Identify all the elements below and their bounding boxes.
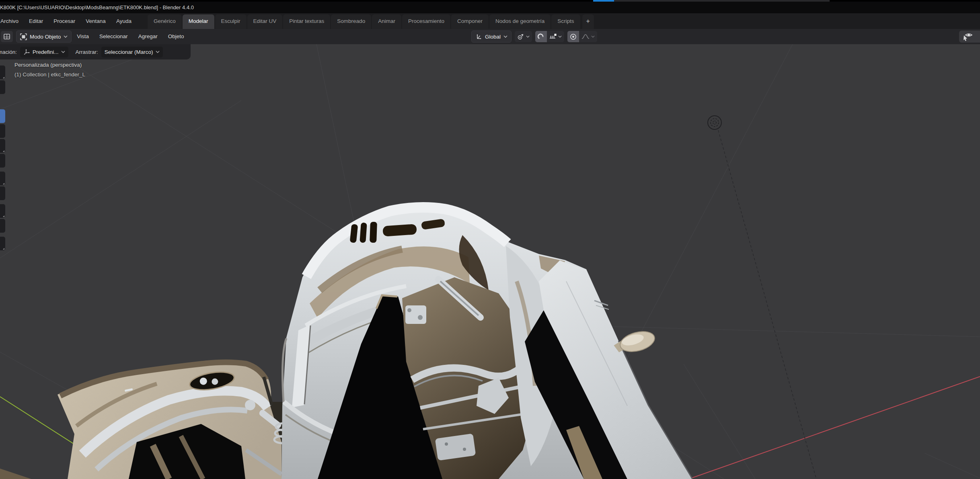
chevron-down-icon xyxy=(64,35,68,38)
mode-label: Modo Objeto xyxy=(30,34,61,40)
menu-objeto[interactable]: Objeto xyxy=(163,29,189,44)
tab-componer[interactable]: Componer xyxy=(451,14,489,29)
orientation-label: Global xyxy=(485,34,501,40)
menu-vista[interactable]: Vista xyxy=(72,29,94,44)
tool-button[interactable] xyxy=(0,172,5,185)
app-menubar: Archivo Editar Procesar Ventana Ayuda xyxy=(0,13,137,29)
add-workspace-button[interactable]: + xyxy=(582,14,594,29)
menu-procesar[interactable]: Procesar xyxy=(48,13,80,29)
proportional-icon xyxy=(570,33,577,40)
menu-ventana[interactable]: Ventana xyxy=(80,13,111,29)
magnet-icon xyxy=(538,33,544,40)
chevron-down-icon xyxy=(558,35,562,38)
tab-esculpir[interactable]: Esculpir xyxy=(215,14,247,29)
pivot-icon xyxy=(517,33,524,40)
chevron-down-icon xyxy=(61,51,65,53)
orientation-dropdown[interactable]: Global xyxy=(471,31,512,43)
preset-value: Predefini... xyxy=(33,49,59,55)
car-model[interactable] xyxy=(0,206,692,479)
window-titlebar[interactable]: K800K [C:\Users\USUARIO\Desktop\ModsBeam… xyxy=(0,2,980,13)
tool-button[interactable] xyxy=(0,219,5,233)
tool-button[interactable] xyxy=(0,154,5,168)
snap-group xyxy=(535,31,564,42)
object-mode-icon xyxy=(20,33,27,40)
x-axis-line xyxy=(689,377,980,479)
chevron-down-icon xyxy=(156,51,160,53)
relationship-line xyxy=(718,130,816,479)
light-object[interactable] xyxy=(708,116,721,129)
preset-dropdown[interactable]: Predefini... xyxy=(20,47,68,57)
tool-button[interactable] xyxy=(0,66,5,79)
tool-settings-bar: Transformación: Predefini... Arrastrar: … xyxy=(0,44,191,59)
proportional-group xyxy=(567,31,597,42)
tool-button[interactable] xyxy=(0,186,5,200)
menu-seleccionar[interactable]: Seleccionar xyxy=(94,29,133,44)
visibility-dropdown[interactable] xyxy=(959,31,980,43)
tool-button[interactable] xyxy=(0,139,5,153)
tool-button[interactable] xyxy=(0,204,5,218)
chevron-down-icon xyxy=(503,35,507,38)
menu-archivo[interactable]: Archivo xyxy=(0,13,24,29)
window-title: K800K [C:\Users\USUARIO\Desktop\ModsBeam… xyxy=(0,4,194,10)
pivot-dropdown[interactable] xyxy=(515,31,532,42)
workspace-tabs: Genérico Modelar Esculpir Editar UV Pint… xyxy=(147,13,595,29)
tool-button[interactable] xyxy=(0,80,5,94)
chevron-down-icon xyxy=(526,35,530,38)
selection-label: (1) Collection | etkc_fender_L xyxy=(14,72,85,78)
menu-editar[interactable]: Editar xyxy=(24,13,48,29)
proportional-toggle[interactable] xyxy=(567,31,579,42)
view-label: Personalizada (perspectiva) xyxy=(14,62,85,68)
drag-mode-label: Arrastrar: xyxy=(76,49,98,55)
tab-modelar[interactable]: Modelar xyxy=(183,14,214,29)
tab-generico[interactable]: Genérico xyxy=(148,14,182,29)
tab-nodos-de-geometria[interactable]: Nodos de geometría xyxy=(489,14,551,29)
menu-ayuda[interactable]: Ayuda xyxy=(111,13,137,29)
falloff-curve-icon xyxy=(581,33,590,40)
tab-pintar-texturas[interactable]: Pintar texturas xyxy=(283,14,330,29)
blender-window: K800K [C:\Users\USUARIO\Desktop\ModsBeam… xyxy=(0,0,980,479)
mode-dropdown[interactable]: Modo Objeto xyxy=(16,31,72,43)
viewport-3d[interactable]: Personalizada (perspectiva) (1) Collecti… xyxy=(0,44,980,479)
topbar: Archivo Editar Procesar Ventana Ayuda Ge… xyxy=(0,13,980,29)
toolbar-strip xyxy=(0,44,6,479)
menu-agregar[interactable]: Agregar xyxy=(133,29,163,44)
drag-mode-value: Seleccionar (Marco) xyxy=(105,49,153,55)
tab-sombreado[interactable]: Sombreado xyxy=(331,14,371,29)
snap-toggle[interactable] xyxy=(535,31,547,42)
viewport-canvas[interactable] xyxy=(0,44,980,479)
chevron-down-icon xyxy=(591,35,595,38)
editor-type-button[interactable] xyxy=(1,31,13,42)
tab-scripts[interactable]: Scripts xyxy=(551,14,580,29)
tab-animar[interactable]: Animar xyxy=(372,14,401,29)
snap-increment-icon xyxy=(549,33,557,40)
falloff-dropdown[interactable] xyxy=(579,31,597,42)
axes-icon xyxy=(475,33,482,40)
transform-orientation-label-clip: Transformación: xyxy=(0,49,17,55)
editor-type-icon xyxy=(3,33,10,40)
snap-target-dropdown[interactable] xyxy=(547,31,564,42)
tool-button-active[interactable] xyxy=(0,109,5,123)
drag-mode-dropdown[interactable]: Seleccionar (Marco) xyxy=(101,47,163,57)
tool-button[interactable] xyxy=(0,237,5,250)
viewport-header: Modo Objeto Vista Seleccionar Agregar Ob… xyxy=(0,29,980,44)
tab-editar-uv[interactable]: Editar UV xyxy=(247,14,283,29)
viewport-overlay-text: Personalizada (perspectiva) (1) Collecti… xyxy=(14,62,85,78)
tool-button[interactable] xyxy=(0,124,5,138)
left-fender-assembly xyxy=(0,361,310,479)
eye-cursor-icon xyxy=(962,32,973,41)
tab-procesamiento[interactable]: Procesamiento xyxy=(402,14,450,29)
transform-orientation-label: Transformación: xyxy=(0,49,17,55)
move-icon xyxy=(23,49,30,55)
